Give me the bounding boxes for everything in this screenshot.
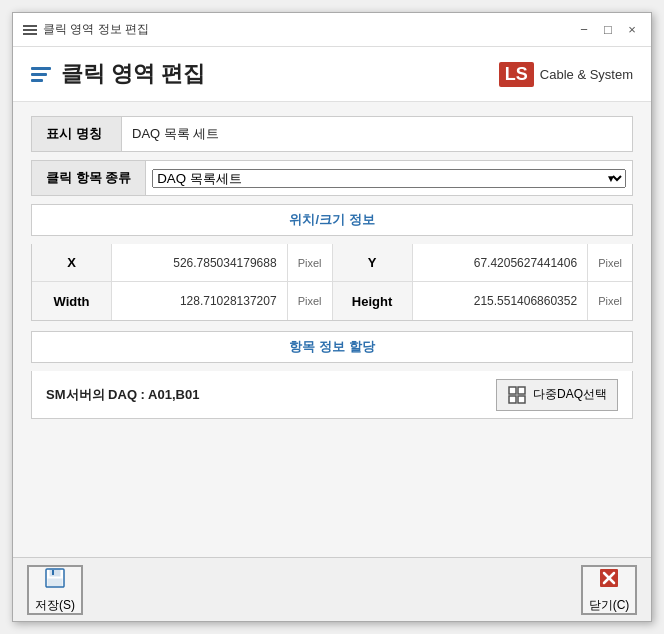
- position-grid: X 526.785034179688 Pixel Y 67.4205627441…: [31, 244, 633, 321]
- maximize-button[interactable]: □: [599, 21, 617, 39]
- logo: LS Cable & System: [499, 62, 633, 87]
- click-type-row: 클릭 항목 종류 DAQ 목록세트: [31, 160, 633, 196]
- display-name-value: DAQ 목록 세트: [122, 125, 632, 143]
- save-label: 저장(S): [35, 597, 75, 614]
- click-type-select[interactable]: DAQ 목록세트: [152, 169, 626, 188]
- header: 클릭 영역 편집 LS Cable & System: [13, 47, 651, 102]
- height-label: Height: [333, 282, 413, 320]
- item-section-header: 항목 정보 할당: [31, 331, 633, 363]
- daq-text: SM서버의 DAQ : A01,B01: [46, 386, 199, 404]
- click-type-label: 클릭 항목 종류: [32, 161, 146, 195]
- x-label: X: [32, 244, 112, 281]
- y-value: 67.4205627441406: [413, 244, 589, 281]
- wh-row: Width 128.71028137207 Pixel Height 215.5…: [32, 282, 632, 320]
- position-section-header: 위치/크기 정보: [31, 204, 633, 236]
- display-name-label: 표시 명칭: [32, 117, 122, 151]
- svg-rect-6: [48, 579, 62, 586]
- svg-rect-5: [50, 569, 60, 576]
- title-bar: 클릭 영역 정보 편집 − □ ×: [13, 13, 651, 47]
- svg-rect-1: [518, 387, 525, 394]
- close-dialog-icon: [597, 566, 621, 595]
- svg-rect-7: [52, 570, 54, 575]
- logo-cable: Cable & System: [540, 67, 633, 82]
- height-value: 215.551406860352: [413, 282, 589, 320]
- window-title: 클릭 영역 정보 편집: [43, 21, 149, 38]
- header-icon: [31, 67, 51, 82]
- height-unit: Pixel: [588, 282, 632, 320]
- x-value: 526.785034179688: [112, 244, 288, 281]
- save-icon: [43, 566, 67, 595]
- title-bar-controls: − □ ×: [575, 21, 641, 39]
- close-button[interactable]: ×: [623, 21, 641, 39]
- main-window: 클릭 영역 정보 편집 − □ × 클릭 영역 편집 LS Cable & Sy…: [12, 12, 652, 622]
- daq-btn-label: 다중DAQ선택: [533, 386, 607, 403]
- close-dialog-button[interactable]: 닫기(C): [581, 565, 637, 615]
- save-button[interactable]: 저장(S): [27, 565, 83, 615]
- click-type-select-container[interactable]: DAQ 목록세트: [152, 169, 626, 188]
- y-label: Y: [333, 244, 413, 281]
- svg-rect-3: [518, 396, 525, 403]
- page-title: 클릭 영역 편집: [61, 59, 205, 89]
- click-type-select-wrap: DAQ 목록세트: [146, 169, 632, 188]
- close-dialog-label: 닫기(C): [589, 597, 630, 614]
- minimize-button[interactable]: −: [575, 21, 593, 39]
- daq-row: SM서버의 DAQ : A01,B01 다중DAQ선택: [31, 371, 633, 419]
- y-unit: Pixel: [588, 244, 632, 281]
- xy-row: X 526.785034179688 Pixel Y 67.4205627441…: [32, 244, 632, 282]
- svg-rect-2: [509, 396, 516, 403]
- width-unit: Pixel: [288, 282, 333, 320]
- logo-ls: LS: [499, 62, 534, 87]
- width-value: 128.71028137207: [112, 282, 288, 320]
- svg-rect-0: [509, 387, 516, 394]
- daq-icon: [507, 385, 527, 405]
- display-name-row: 표시 명칭 DAQ 목록 세트: [31, 116, 633, 152]
- footer: 저장(S) 닫기(C): [13, 557, 651, 621]
- header-title-section: 클릭 영역 편집: [31, 59, 205, 89]
- x-unit: Pixel: [288, 244, 333, 281]
- width-label: Width: [32, 282, 112, 320]
- content-area: 표시 명칭 DAQ 목록 세트 클릭 항목 종류 DAQ 목록세트 위치/크기 …: [13, 102, 651, 557]
- title-bar-left: 클릭 영역 정보 편집: [23, 21, 149, 38]
- multi-daq-button[interactable]: 다중DAQ선택: [496, 379, 618, 411]
- window-icon: [23, 25, 37, 35]
